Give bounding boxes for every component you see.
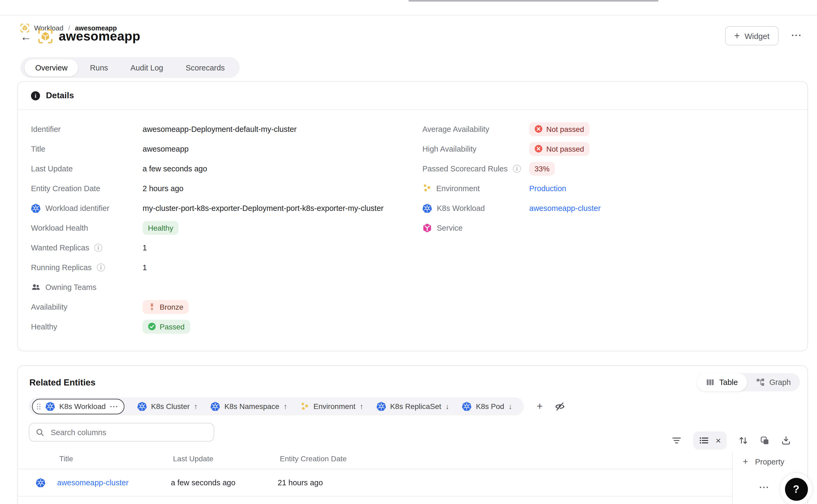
tab-overview[interactable]: Overview (25, 59, 78, 76)
field-label-text: Owning Teams (45, 283, 96, 291)
header-actions: + Widget ··· (725, 26, 802, 45)
search-columns-box (29, 423, 214, 442)
tab-audit-log[interactable]: Audit Log (120, 59, 174, 76)
chip-more-icon[interactable]: ··· (110, 402, 119, 410)
k8s-icon (31, 203, 41, 213)
info-icon[interactable] (96, 263, 105, 271)
hide-relations-icon[interactable] (555, 401, 565, 411)
detail-row-running-replicas: Running Replicas 1 (31, 257, 422, 277)
chip-k8s-namespace[interactable]: K8s Namespace ↑ (211, 401, 287, 411)
k8s-icon (422, 203, 432, 213)
field-label: Title (31, 144, 143, 153)
chip-k8s-replicaset[interactable]: K8s ReplicaSet ↓ (376, 401, 449, 411)
column-header-entity-creation-date[interactable]: Entity Creation Date (278, 454, 807, 463)
field-label: Owning Teams (31, 282, 143, 292)
view-toggle-table[interactable]: Table (697, 373, 747, 391)
view-toggle: Table Graph (697, 373, 800, 391)
row-entity-creation-date: 21 hours ago (278, 478, 807, 487)
related-entities-header: Related Entities Table Graph (18, 366, 807, 391)
tab-runs[interactable]: Runs (79, 59, 119, 76)
list-icon[interactable] (699, 436, 709, 445)
badge-text: Passed (160, 323, 184, 330)
detail-row-average-availability: Average Availability Not passed (422, 119, 794, 139)
chip-environment[interactable]: Environment ↑ (300, 402, 363, 411)
add-property-label: Property (755, 457, 784, 466)
detail-row-high-availability: High Availability Not passed (422, 139, 794, 159)
arrow-up-icon: ↑ (360, 402, 363, 411)
k8s-icon (462, 401, 472, 411)
add-property-button[interactable]: + Property (733, 452, 807, 466)
environment-link[interactable]: Production (529, 184, 566, 192)
back-button[interactable]: ← (20, 31, 32, 42)
copy-icon[interactable] (760, 436, 769, 445)
team-icon (31, 282, 41, 292)
row-title-link[interactable]: awesomeapp-cluster (57, 478, 129, 487)
filter-icon[interactable] (672, 436, 681, 445)
chip-label: K8s Cluster (151, 402, 190, 411)
field-value: awesomeapp-Deployment-default-my-cluster (143, 125, 422, 133)
top-bar (0, 0, 817, 15)
column-header-last-update[interactable]: Last Update (171, 454, 278, 463)
passed-scorecard-rules-badge: 33% (529, 162, 555, 175)
add-widget-button[interactable]: + Widget (725, 26, 779, 45)
info-icon[interactable] (94, 243, 103, 252)
field-label: Running Replicas (31, 263, 143, 271)
detail-row-identifier: Identifier awesomeapp-Deployment-default… (31, 119, 422, 139)
help-button-wrap: ? (780, 473, 812, 504)
field-label: K8s Workload (422, 203, 529, 213)
details-body: Identifier awesomeapp-Deployment-default… (18, 110, 807, 336)
badge-text: Not passed (546, 125, 584, 133)
column-header-title[interactable]: Title (57, 454, 171, 463)
field-label-text: Passed Scorecard Rules (422, 164, 508, 173)
field-value: 1 (143, 243, 422, 252)
chip-k8s-cluster[interactable]: K8s Cluster ↑ (137, 401, 198, 411)
field-label: Last Update (31, 164, 143, 173)
environment-icon (300, 402, 309, 411)
download-icon[interactable] (781, 436, 791, 445)
help-button[interactable]: ? (785, 478, 808, 501)
chip-k8s-workload[interactable]: K8s Workload ··· (32, 399, 124, 414)
medal-icon (148, 303, 156, 311)
table-view-icon (706, 378, 714, 387)
field-value: my-cluster-port-k8s-exporter-Deployment-… (143, 204, 422, 212)
check-circle-icon (148, 322, 156, 330)
availability-badge: Bronze (143, 300, 189, 314)
detail-row-k8s-workload: K8s Workload awesomeapp-cluster (422, 198, 794, 218)
detail-row-service: Service (422, 218, 794, 238)
row-actions-icon[interactable]: ··· (759, 483, 769, 492)
field-label-text: K8s Workload (437, 204, 485, 212)
chip-label: Environment (313, 402, 355, 411)
x-circle-icon (535, 145, 543, 153)
view-toggle-graph-label: Graph (769, 378, 791, 387)
high-availability-badge: Not passed (529, 142, 590, 156)
search-columns-input[interactable] (50, 427, 207, 437)
k8s-workload-link[interactable]: awesomeapp-cluster (529, 204, 601, 212)
tab-scorecards[interactable]: Scorecards (175, 59, 235, 76)
badge-text: Healthy (148, 224, 173, 231)
field-label: Average Availability (422, 125, 529, 133)
detail-row-wanted-replicas: Wanted Replicas 1 (31, 238, 422, 257)
chip-label: K8s ReplicaSet (390, 402, 441, 411)
add-relation-icon[interactable]: + (537, 400, 543, 412)
k8s-icon (376, 401, 386, 411)
info-icon[interactable] (512, 164, 521, 173)
chip-k8s-pod[interactable]: K8s Pod ↓ (462, 401, 512, 411)
field-value: awesomeapp (143, 144, 422, 153)
drag-handle-icon[interactable] (36, 403, 41, 410)
sort-icon[interactable] (739, 436, 748, 445)
table-row[interactable]: awesomeapp-cluster a few seconds ago 21 … (18, 469, 807, 496)
field-value: 1 (143, 263, 422, 271)
field-label: Workload identifier (31, 203, 143, 213)
badge-text: Bronze (160, 303, 183, 310)
clear-group-icon[interactable]: × (716, 436, 721, 445)
field-label-text: Workload identifier (45, 204, 109, 212)
plus-icon: + (743, 457, 748, 466)
service-icon (422, 223, 432, 233)
detail-row-environment: Environment Production (422, 178, 794, 198)
table-divider (18, 496, 807, 497)
detail-row-title: Title awesomeapp (31, 139, 422, 159)
view-toggle-graph[interactable]: Graph (747, 373, 800, 391)
field-label: High Availability (422, 144, 529, 153)
field-value: a few seconds ago (143, 164, 422, 173)
page-more-menu-icon[interactable]: ··· (791, 30, 802, 41)
